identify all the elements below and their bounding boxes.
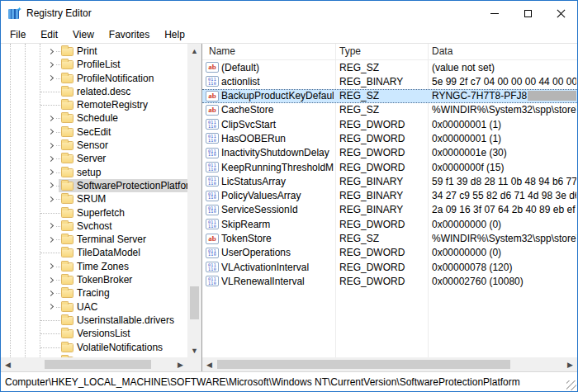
title-bar[interactable]: Registry Editor [1, 1, 577, 26]
tree-item[interactable]: related.desc [1, 85, 187, 98]
maximize-button[interactable] [511, 1, 544, 26]
column-header-data[interactable]: Data [432, 45, 452, 57]
tree-item[interactable]: VolatileNotifications [1, 341, 187, 354]
chevron-right-icon[interactable] [46, 74, 56, 83]
tree-item[interactable]: Tracing [1, 286, 187, 300]
string-value-icon: ab [206, 105, 219, 116]
tree-item[interactable]: Time Zones [1, 260, 187, 273]
scroll-left-icon[interactable]: ◀ [1, 357, 15, 371]
table-row[interactable]: abBackupProductKeyDefaultREG_SZRYNGC-7H7… [202, 89, 577, 103]
tree-item[interactable]: Userinstallable.drivers [1, 314, 187, 327]
menu-item-help[interactable]: Help [157, 27, 192, 42]
table-row[interactable]: 011110ServiceSessionIdREG_BINARY2a 09 16… [202, 203, 577, 217]
chevron-right-icon[interactable] [46, 60, 56, 68]
table-row[interactable]: 011110KeepRunningThresholdMinsREG_DWORD0… [202, 160, 577, 174]
menu-item-file[interactable]: File [2, 27, 33, 42]
chevron-right-icon[interactable] [46, 235, 56, 243]
tree-item[interactable]: Superfetch [1, 206, 187, 220]
menu-item-edit[interactable]: Edit [33, 27, 65, 42]
scroll-down-icon[interactable]: ▼ [187, 343, 201, 357]
tree-item[interactable]: VersionsList [1, 327, 187, 340]
table-row[interactable]: 011110LicStatusArrayREG_BINARY59 f1 39 d… [202, 174, 577, 188]
column-header-name[interactable]: Name [209, 45, 235, 57]
value-data: 0x0000001e (30) [432, 147, 576, 158]
tree-item[interactable]: RemoteRegistry [1, 98, 187, 111]
chevron-right-icon[interactable] [46, 154, 56, 163]
tree-item[interactable]: UAC [1, 300, 187, 314]
tree-item[interactable]: setup [1, 166, 187, 179]
tree-item[interactable]: Print [1, 45, 187, 58]
close-button[interactable] [544, 1, 577, 26]
tree-item[interactable]: Terminal Server [1, 233, 187, 246]
table-row[interactable]: 011110SkipRearmREG_DWORD0x00000000 (0) [202, 217, 577, 231]
minimize-button[interactable] [478, 1, 511, 26]
value-type: REG_BINARY [339, 204, 427, 215]
value-data: %WINDIR%\System32\spp\store\2.0 [432, 104, 576, 116]
table-row[interactable]: 011110PolicyValuesArrayREG_BINARY34 27 c… [202, 189, 577, 203]
tree-panel: PrintProfileListProfileNotificationrelat… [1, 44, 202, 371]
chevron-right-icon[interactable] [46, 47, 56, 55]
tree-item[interactable]: Svchost [1, 220, 187, 233]
tree-item[interactable]: ProfileNotification [1, 72, 187, 85]
tree-connector [56, 51, 60, 52]
chevron-right-icon[interactable] [46, 262, 56, 271]
table-row[interactable]: 011110actionlistREG_BINARY5e 99 2f c7 04… [202, 74, 577, 88]
chevron-right-icon[interactable] [46, 182, 56, 190]
tree-item[interactable]: Sensor [1, 139, 187, 152]
value-type: REG_BINARY [339, 176, 427, 187]
tree-item[interactable]: Server [1, 152, 187, 165]
tree-item[interactable]: TileDataModel [1, 246, 187, 259]
chevron-right-icon[interactable] [46, 289, 56, 297]
resize-grip-icon[interactable] [566, 380, 576, 390]
chevron-right-icon[interactable] [46, 195, 56, 203]
value-data: 59 f1 39 d8 28 11 0b 48 94 b6 77 fa 99 [432, 176, 576, 187]
chevron-right-icon[interactable] [46, 303, 56, 311]
chevron-right-icon[interactable] [46, 276, 56, 284]
tree-item-label: VolatileNotifications [77, 342, 163, 354]
tree-connector [56, 145, 60, 146]
table-row[interactable]: 011110ClipSvcStartREG_DWORD0x00000001 (1… [202, 117, 577, 131]
scroll-up-icon[interactable]: ▲ [187, 44, 201, 58]
chevron-right-icon[interactable] [46, 168, 56, 177]
table-row[interactable]: 011110UserOperationsREG_DWORD0x00000000 … [202, 246, 577, 260]
table-row[interactable]: abCacheStoreREG_SZ%WINDIR%\System32\spp\… [202, 103, 577, 117]
tree-horizontal-scrollbar[interactable]: ◀ ▶ [1, 357, 187, 371]
menu-item-view[interactable]: View [65, 27, 102, 42]
tree-item-label: VersionsList [77, 328, 130, 340]
tree-item[interactable]: SecEdit [1, 125, 187, 139]
tree-item[interactable]: SoftwareProtectionPlatform [1, 179, 187, 192]
tree-item[interactable]: SRUM [1, 192, 187, 205]
value-data-text: 2a 09 16 3f 07 64 2b 40 89 eb ef f0 80 [432, 204, 576, 215]
table-row[interactable]: 011110InactivityShutdownDelayREG_DWORD0x… [202, 146, 577, 160]
horizontal-scrollbar-thumb[interactable] [217, 360, 510, 369]
chevron-right-icon[interactable] [46, 114, 56, 122]
list-horizontal-scrollbar[interactable]: ◀ ▶ [202, 357, 577, 371]
scroll-right-icon[interactable]: ▶ [173, 357, 187, 371]
menu-item-favorites[interactable]: Favorites [102, 27, 157, 42]
chevron-right-icon[interactable] [46, 128, 56, 136]
folder-icon [61, 329, 73, 338]
tree-connector [40, 213, 60, 214]
vertical-scrollbar-thumb[interactable] [190, 286, 199, 319]
table-row[interactable]: 011110HasOOBERunREG_DWORD0x00000001 (1) [202, 131, 577, 145]
tree-item-label: SRUM [77, 193, 106, 205]
table-row[interactable]: ab(Default)REG_SZ(value not set) [202, 60, 577, 74]
tree-connector [40, 320, 60, 321]
chevron-right-icon[interactable] [46, 222, 56, 230]
column-header-type[interactable]: Type [339, 45, 361, 57]
horizontal-scrollbar-thumb[interactable] [45, 360, 151, 369]
chevron-right-icon[interactable] [46, 141, 56, 149]
table-row[interactable]: abTokenStoreREG_SZ%WINDIR%\System32\spp\… [202, 232, 577, 246]
binary-value-icon: 011110 [206, 148, 219, 158]
value-name: VLActivationInterval [221, 262, 334, 273]
tree-item[interactable]: TokenBroker [1, 273, 187, 286]
scroll-right-icon[interactable]: ▶ [563, 357, 577, 371]
tree-item[interactable]: Schedule [1, 111, 187, 125]
value-type: REG_BINARY [339, 76, 427, 87]
tree-vertical-scrollbar[interactable]: ▲ ▼ [187, 44, 201, 357]
scroll-left-icon[interactable]: ◀ [202, 357, 216, 371]
table-row[interactable]: 011110VLRenewalIntervalREG_DWORD0x000027… [202, 274, 577, 288]
tree-item[interactable]: ProfileList [1, 58, 187, 71]
binary-value-icon: 011110 [206, 248, 219, 258]
table-row[interactable]: 011110VLActivationIntervalREG_DWORD0x000… [202, 260, 577, 274]
